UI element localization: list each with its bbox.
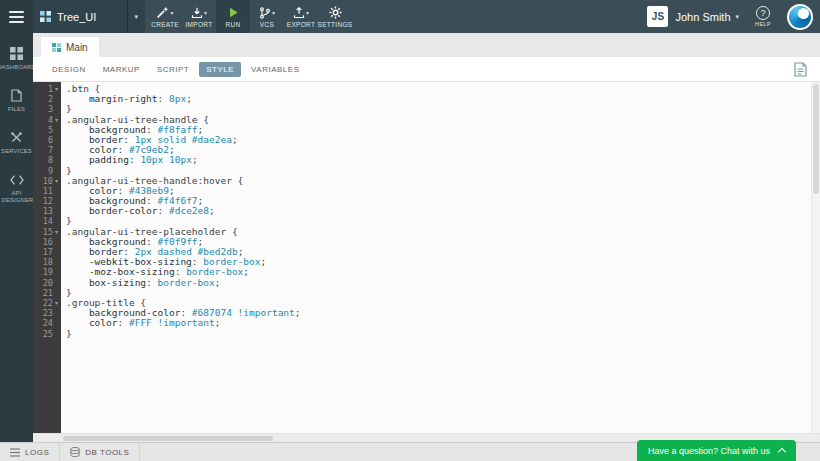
fold-marker-icon[interactable]: ▾	[53, 84, 60, 94]
line-number: 3	[48, 104, 53, 114]
help-button[interactable]: ? HELP	[755, 6, 771, 27]
gutter-line: 19	[33, 267, 61, 277]
hamburger-menu-button[interactable]	[0, 0, 33, 33]
line-number: 17	[43, 247, 53, 257]
code-line: .angular-ui-tree-handle:hover {	[66, 176, 820, 186]
vcs-button[interactable]: ▾ VCS	[250, 0, 284, 33]
format-document-button[interactable]	[794, 62, 807, 77]
project-icon	[40, 11, 51, 22]
code-line: padding: 10px 10px;	[66, 155, 820, 165]
gutter-line: 20	[33, 278, 61, 288]
code-line: box-sizing: border-box;	[66, 278, 820, 288]
line-number: 16	[43, 237, 53, 247]
code-editor[interactable]: 1▾234▾5678910▾1112131415▾16171819202122▾…	[33, 82, 820, 442]
project-selector[interactable]: Tree_UI ▾	[33, 0, 145, 33]
sidebar-item-dashboard[interactable]: DASHBOARD	[0, 45, 33, 73]
gutter-line: 18	[33, 257, 61, 267]
code-line: margin-right: 8px;	[66, 94, 820, 104]
gutter-line: 14	[33, 216, 61, 226]
chat-label: Have a question? Chat with us	[648, 446, 770, 456]
vertical-scrollbar[interactable]	[811, 82, 820, 433]
gutter-line: 6	[33, 135, 61, 145]
chevron-down-icon: ▾	[170, 9, 173, 16]
export-button[interactable]: ▾ EXPORT	[284, 0, 318, 33]
vertical-scrollbar-thumb[interactable]	[813, 84, 819, 194]
user-avatar[interactable]: JS	[647, 6, 668, 27]
editor-code-lines[interactable]: .btn { margin-right: 8px;}.angular-ui-tr…	[61, 82, 820, 442]
code-line: }	[66, 288, 820, 298]
line-number: 25	[43, 329, 53, 339]
main-content: Main DESIGN MARKUP SCRIPT STYLE VARIABLE…	[33, 33, 820, 442]
gutter-line: 15▾	[33, 227, 61, 237]
tab-script[interactable]: SCRIPT	[150, 62, 196, 77]
file-icon	[11, 89, 22, 102]
gutter-line: 24	[33, 318, 61, 328]
gutter-line: 22▾	[33, 298, 61, 308]
fold-marker-icon[interactable]: ▾	[53, 227, 60, 237]
run-button[interactable]: RUN	[216, 0, 250, 33]
code-brackets-icon	[10, 174, 24, 186]
db-tools-button[interactable]: DB TOOLS	[60, 443, 140, 461]
line-number: 6	[48, 135, 53, 145]
line-number: 9	[48, 166, 53, 176]
gutter-line: 23	[33, 308, 61, 318]
chevron-up-icon	[778, 448, 786, 456]
gutter-line: 5	[33, 125, 61, 135]
line-number: 11	[43, 186, 53, 196]
gutter-line: 10▾	[33, 176, 61, 186]
gear-icon	[329, 6, 342, 19]
tab-main[interactable]: Main	[41, 37, 99, 57]
user-menu-chevron-down-icon[interactable]: ▾	[736, 13, 740, 21]
hamburger-icon	[9, 11, 24, 13]
user-name[interactable]: John Smith	[675, 11, 730, 23]
question-mark-icon: ?	[756, 6, 770, 20]
horizontal-scrollbar-thumb[interactable]	[63, 436, 273, 441]
editor-gutter-lines: 1▾234▾5678910▾1112131415▾16171819202122▾…	[33, 82, 61, 442]
chat-widget[interactable]: Have a question? Chat with us	[637, 440, 796, 461]
sidebar-item-services[interactable]: SERVICES	[0, 129, 33, 157]
project-name: Tree_UI	[57, 11, 96, 23]
database-icon	[70, 447, 80, 457]
line-number: 14	[43, 216, 53, 226]
gutter-line: 16	[33, 237, 61, 247]
line-number: 2	[48, 94, 53, 104]
gutter-line: 4▾	[33, 115, 61, 125]
gutter-line: 2	[33, 94, 61, 104]
download-icon	[191, 7, 203, 19]
code-line: border: 1px solid #dae2ea;	[66, 135, 820, 145]
line-number: 20	[43, 278, 53, 288]
dashboard-grid-icon	[10, 47, 23, 60]
code-line: }	[66, 329, 820, 339]
create-button[interactable]: ▾ CREATE	[148, 0, 182, 33]
tab-design[interactable]: DESIGN	[45, 62, 93, 77]
line-number: 23	[43, 308, 53, 318]
line-number: 24	[43, 318, 53, 328]
gutter-line: 1▾	[33, 84, 61, 94]
fold-marker-icon[interactable]: ▾	[53, 115, 60, 125]
fold-marker-icon[interactable]: ▾	[53, 176, 60, 186]
gutter-line: 3	[33, 104, 61, 114]
line-number: 18	[43, 257, 53, 267]
topbar-menu: ▾ CREATE ▾ IMPORT RUN	[148, 0, 352, 33]
brand-logo[interactable]	[787, 4, 813, 30]
editor-mode-tabs: DESIGN MARKUP SCRIPT STYLE VARIABLES	[33, 57, 820, 82]
code-line: color: #FFF !important;	[66, 318, 820, 328]
chevron-down-icon: ▾	[127, 0, 138, 33]
line-number: 19	[43, 267, 53, 277]
gutter-line: 21	[33, 288, 61, 298]
gutter-line: 17	[33, 247, 61, 257]
sidebar-item-files[interactable]: FILES	[0, 87, 33, 115]
gutter-line: 7	[33, 145, 61, 155]
gutter-line: 8	[33, 155, 61, 165]
gutter-line: 9	[33, 166, 61, 176]
settings-button[interactable]: SETTINGS	[318, 0, 352, 33]
chevron-down-icon: ▾	[306, 9, 309, 16]
logs-button[interactable]: LOGS	[0, 443, 60, 461]
sidebar-item-api-designer[interactable]: API DESIGNER	[0, 172, 33, 206]
import-button[interactable]: ▾ IMPORT	[182, 0, 216, 33]
fold-marker-icon[interactable]: ▾	[53, 298, 60, 308]
tab-markup[interactable]: MARKUP	[96, 62, 147, 77]
tab-variables[interactable]: VARIABLES	[244, 62, 306, 77]
tab-style[interactable]: STYLE	[199, 62, 241, 77]
play-icon	[228, 7, 239, 18]
